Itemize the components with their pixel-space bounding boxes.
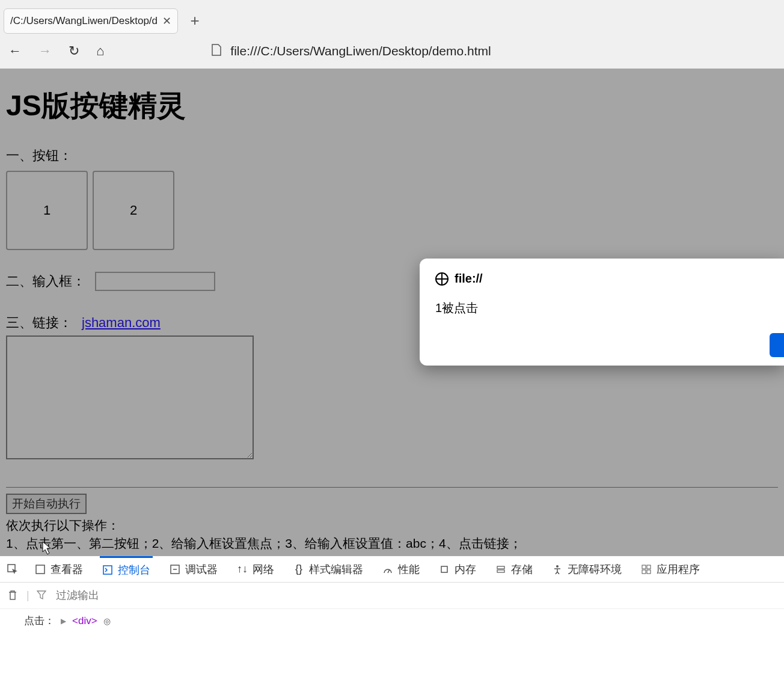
svg-rect-5	[497, 566, 504, 569]
alert-title: file://	[435, 272, 768, 286]
tab-storage[interactable]: 存储	[493, 556, 535, 582]
memory-icon	[439, 564, 450, 575]
target-icon[interactable]: ◎	[103, 616, 111, 626]
auto-run-button[interactable]: 开始自动执行	[6, 494, 87, 514]
console-output-line[interactable]: 点击： ▶ <div> ◎	[0, 609, 784, 632]
console-label: 点击：	[24, 614, 55, 628]
button-2[interactable]: 2	[93, 171, 174, 250]
address-bar[interactable]: file:///C:/Users/WangLiwen/Desktop/demo.…	[211, 44, 491, 59]
new-tab-button[interactable]: +	[184, 11, 206, 30]
svg-rect-8	[642, 565, 646, 569]
page-title: JS版按键精灵	[6, 87, 778, 125]
demo-link[interactable]: jshaman.com	[82, 315, 161, 331]
performance-icon	[382, 564, 393, 575]
ops-detail: 1、点击第一、第二按钮；2、给输入框设置焦点；3、给输入框设置值：abc；4、点…	[6, 534, 778, 553]
close-tab-icon[interactable]: ✕	[162, 14, 171, 28]
element-picker-icon[interactable]	[7, 564, 18, 575]
tab-title: /C:/Users/WangLiwen/Desktop/d	[10, 15, 158, 27]
tab-debugger[interactable]: 调试器	[167, 556, 220, 582]
globe-icon	[435, 272, 449, 286]
console-icon	[102, 565, 113, 575]
network-icon: ↑↓	[237, 564, 248, 575]
storage-icon	[495, 564, 506, 575]
textarea[interactable]	[6, 335, 254, 459]
tab-network[interactable]: ↑↓ 网络	[234, 556, 277, 582]
devtools-panel: 查看器 控制台 调试器 ↑↓ 网络 {} 样式编辑器 性能 内存 存储	[0, 556, 784, 683]
url-text: file:///C:/Users/WangLiwen/Desktop/demo.…	[230, 44, 491, 58]
tab-console[interactable]: 控制台	[100, 556, 153, 582]
tab-inspector[interactable]: 查看器	[32, 556, 85, 582]
svg-rect-6	[497, 570, 504, 572]
tab-style-editor[interactable]: {} 样式编辑器	[291, 556, 366, 582]
console-element-tag: <div>	[72, 615, 97, 627]
link-label: 三、链接：	[6, 314, 72, 332]
button-1[interactable]: 1	[6, 171, 88, 250]
devtools-filter-row: |	[0, 583, 784, 609]
style-editor-icon: {}	[293, 564, 304, 575]
forward-icon: →	[38, 43, 52, 59]
browser-chrome: /C:/Users/WangLiwen/Desktop/d ✕ + ← → ↻ …	[0, 0, 784, 69]
tab-bar: /C:/Users/WangLiwen/Desktop/d ✕ +	[0, 0, 784, 34]
svg-rect-9	[647, 565, 651, 569]
home-icon[interactable]: ⌂	[96, 43, 104, 59]
filter-icon[interactable]	[37, 590, 49, 602]
accessibility-icon	[552, 564, 563, 575]
section-buttons-label: 一、按钮：	[6, 147, 778, 165]
button-group: 1 2	[6, 171, 778, 250]
filter-input[interactable]	[56, 589, 195, 602]
divider	[6, 487, 778, 488]
alert-dialog: file:// 1被点击	[420, 259, 784, 366]
text-input[interactable]	[95, 272, 215, 291]
file-icon	[211, 44, 222, 59]
tab-application[interactable]: 应用程序	[639, 556, 702, 582]
nav-bar: ← → ↻ ⌂ file:///C:/Users/WangLiwen/Deskt…	[0, 34, 784, 69]
devtools-tabs: 查看器 控制台 调试器 ↑↓ 网络 {} 样式编辑器 性能 内存 存储	[0, 556, 784, 583]
operations-text: 依次执行以下操作： 1、点击第一、第二按钮；2、给输入框设置焦点；3、给输入框设…	[6, 516, 778, 553]
svg-rect-4	[441, 566, 447, 572]
back-icon[interactable]: ←	[8, 43, 22, 59]
trash-icon[interactable]	[7, 590, 19, 602]
ops-title: 依次执行以下操作：	[6, 516, 778, 534]
inspector-icon	[35, 564, 46, 575]
tab-memory[interactable]: 内存	[436, 556, 479, 582]
alert-origin: file://	[455, 272, 483, 286]
debugger-icon	[170, 564, 180, 575]
svg-rect-1	[36, 565, 44, 574]
svg-rect-11	[647, 570, 651, 574]
reload-icon[interactable]: ↻	[69, 43, 79, 59]
application-icon	[641, 564, 652, 575]
tab-accessibility[interactable]: 无障碍环境	[550, 556, 624, 582]
tab-performance[interactable]: 性能	[380, 556, 422, 582]
expand-icon[interactable]: ▶	[61, 617, 66, 625]
svg-rect-10	[642, 570, 646, 574]
input-label: 二、输入框：	[6, 272, 85, 290]
alert-message: 1被点击	[435, 300, 768, 316]
alert-ok-button[interactable]	[770, 333, 784, 357]
browser-tab[interactable]: /C:/Users/WangLiwen/Desktop/d ✕	[4, 8, 178, 34]
svg-point-7	[556, 565, 559, 568]
